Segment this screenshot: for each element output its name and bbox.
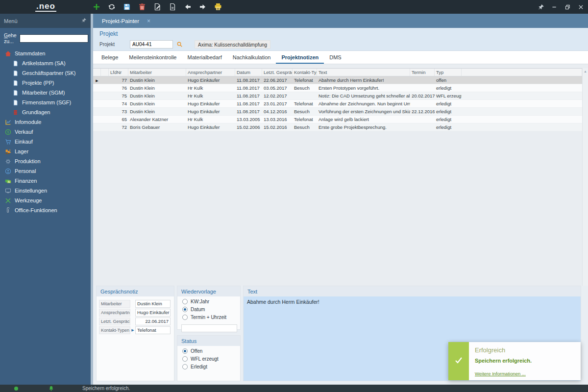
pin-button[interactable] [538, 3, 544, 10]
column-header-kontakt_typ[interactable]: Kontakt-Typen [293, 69, 317, 76]
sidebar-item-artikelstamm-sa-[interactable]: Artikelstamm (SA) [0, 58, 91, 68]
sidebar-item-verkauf[interactable]: $ Verkauf [0, 127, 91, 137]
status-options: Offen WFL erzeugt Erledigt [177, 348, 240, 369]
field-value-input[interactable]: Dustin Klein [135, 300, 171, 308]
print-button[interactable] [213, 1, 223, 13]
new-document-button[interactable] [167, 1, 178, 13]
minimize-button[interactable] [551, 3, 558, 10]
refresh-button[interactable] [106, 1, 117, 13]
sidebar-item-personal[interactable]: Personal [0, 166, 91, 176]
radio-icon[interactable] [182, 299, 188, 304]
tab-nachkalkulation[interactable]: Nachkalkulation [227, 51, 276, 64]
radio-kw-jahr[interactable]: KW:Jahr [182, 299, 240, 304]
toast-more-info-link[interactable]: Weitere Informationen ... [475, 371, 526, 376]
sidebar-item-mitarbeiter-sgm-[interactable]: Mitarbeiter (SGM) [0, 88, 91, 98]
radio-icon[interactable] [182, 364, 188, 369]
back-button[interactable] [182, 1, 193, 13]
column-header-letzt_gespraech[interactable]: Letzt. Gespräch▼ [262, 69, 293, 76]
table-row[interactable]: 74Dustin KleinHugo Einkäufer11.08.201723… [93, 100, 582, 108]
table-row[interactable]: 72Boris GebauerHugo Einkäufer15.02.20061… [93, 123, 582, 131]
radio-offen[interactable]: Offen [182, 348, 240, 354]
pin-icon[interactable] [81, 18, 87, 24]
field-value-input[interactable]: 22.06.2017 [135, 318, 171, 325]
bell-icon[interactable] [49, 386, 54, 391]
radio-icon[interactable] [182, 356, 188, 362]
chart-icon [4, 119, 11, 125]
tab-projektnotizen[interactable]: Projektnotizen [276, 51, 324, 64]
cell-status [101, 108, 109, 115]
radio-termin-uhrzeit[interactable]: Termin + Uhrzeit [182, 315, 240, 320]
table-row[interactable]: 76Dustin KleinHr Kulk11.08.201703.05.201… [93, 84, 582, 92]
paperclip-icon [4, 207, 11, 214]
svg-text:$: $ [7, 130, 9, 134]
sidebar-item-produktion[interactable]: Produktion [0, 156, 91, 166]
save-button[interactable] [122, 1, 132, 13]
table-row[interactable]: 73Dustin KleinHugo Einkäufer11.08.201704… [93, 108, 582, 116]
radio-erledigt[interactable]: Erledigt [182, 364, 240, 369]
sidebar-item-einkauf[interactable]: Einkauf [0, 137, 91, 147]
cell-lfdnr: 75 [109, 92, 128, 99]
project-number-input[interactable] [130, 40, 173, 49]
radio-icon[interactable] [182, 315, 188, 320]
sidebar-item-gesch-ftspartner-sk-[interactable]: Geschäftspartner (SK) [0, 68, 91, 78]
goto-input[interactable] [20, 34, 88, 43]
wiedervorlage-date-input[interactable] [181, 324, 237, 332]
sidebar-item-office-funktionen[interactable]: Office-Funktionen [0, 205, 91, 215]
column-header-datum[interactable]: Datum [235, 69, 262, 76]
column-header-text[interactable]: Text [317, 69, 410, 76]
field-value-input[interactable]: Hugo Einkäufer [135, 309, 171, 317]
scroll-up-icon[interactable]: ▲ [583, 68, 588, 73]
sidebar-item-finanzen[interactable]: $ Finanzen [0, 176, 91, 186]
sidebar-item-label: Werkzeuge [15, 197, 42, 203]
cell-datum: 13.03.2005 [235, 116, 262, 123]
sidebar-item-firmenstamm-sgf-[interactable]: Firmenstamm (SGF) [0, 98, 91, 107]
restore-button[interactable] [564, 3, 571, 10]
column-header-mitarbeiter[interactable]: Mitarbeiter [128, 69, 186, 76]
column-header-termin[interactable]: Termin [410, 69, 435, 76]
column-header-typ[interactable]: Typ [435, 69, 462, 76]
radio-icon[interactable] [182, 348, 188, 354]
sidebar-item-lager[interactable]: Lager [0, 147, 91, 156]
column-header-status[interactable] [101, 69, 109, 76]
delete-button[interactable] [137, 1, 147, 13]
sidebar-item-label: Stammdaten [15, 50, 45, 56]
cell-text: Erste grobe Projektbesprechung. [317, 123, 410, 131]
column-header-ansprechpartner[interactable]: Ansprechpartner [186, 69, 235, 76]
sidebar-item-projekte-pp-[interactable]: Projekte (PP) [0, 78, 91, 88]
cell-indicator: ▶ [93, 76, 101, 84]
close-button[interactable] [577, 3, 584, 10]
forward-button[interactable] [197, 1, 208, 13]
field-value-input[interactable]: Telefonat [135, 326, 171, 334]
sidebar-item-werkzeuge[interactable]: Werkzeuge [0, 196, 91, 205]
sidebar-item-einstellungen[interactable]: Einstellungen [0, 186, 91, 196]
cell-indicator [93, 116, 101, 123]
table-row[interactable]: 65Alexander KatznerHr Kulk13.03.200513.0… [93, 116, 582, 123]
column-header-lfdnr[interactable]: LfdNr [109, 69, 128, 76]
column-header-filler[interactable] [462, 69, 582, 76]
grid-scrollbar[interactable]: ▲ [582, 68, 588, 286]
main-area: Projekt-Painter × Projekt Projekt Axima:… [93, 14, 588, 385]
sidebar-item-infomodule[interactable]: Infomodule [0, 117, 91, 127]
search-icon[interactable] [175, 40, 184, 49]
new-button[interactable] [91, 1, 102, 13]
tab-close-icon[interactable]: × [147, 18, 150, 24]
table-row[interactable]: 75Dustin KleinHr Kulk11.08.201712.02.201… [93, 92, 582, 100]
tab-belege[interactable]: Belege [96, 51, 123, 64]
column-header-indicator[interactable] [93, 69, 101, 76]
document-icon [12, 99, 19, 106]
table-row[interactable]: ▶77Dustin KleinHugo Einkäufer11.08.20172… [93, 76, 582, 84]
sidebar-item-stammdaten[interactable]: Stammdaten [0, 49, 91, 58]
tab-dms[interactable]: DMS [324, 51, 346, 64]
cell-typ: erledigt [435, 116, 462, 123]
sidebar-item-label: Geschäftspartner (SK) [22, 70, 75, 76]
radio-icon[interactable] [182, 307, 188, 312]
edit-document-button[interactable] [152, 1, 163, 13]
tab-projekt-painter[interactable]: Projekt-Painter × [97, 14, 155, 28]
cell-termin [410, 76, 435, 84]
field-row: Ansprechpartner Hugo Einkäufer [99, 309, 174, 317]
radio-wfl-erzeugt[interactable]: WFL erzeugt [182, 356, 240, 362]
tab-meilensteinkontrolle[interactable]: Meilensteinkontrolle [123, 51, 182, 64]
radio-datum[interactable]: Datum [182, 307, 240, 312]
sidebar-item-grundlagen[interactable]: Grundlagen [0, 107, 91, 117]
tab-materialbedarf[interactable]: Materialbedarf [182, 51, 227, 64]
